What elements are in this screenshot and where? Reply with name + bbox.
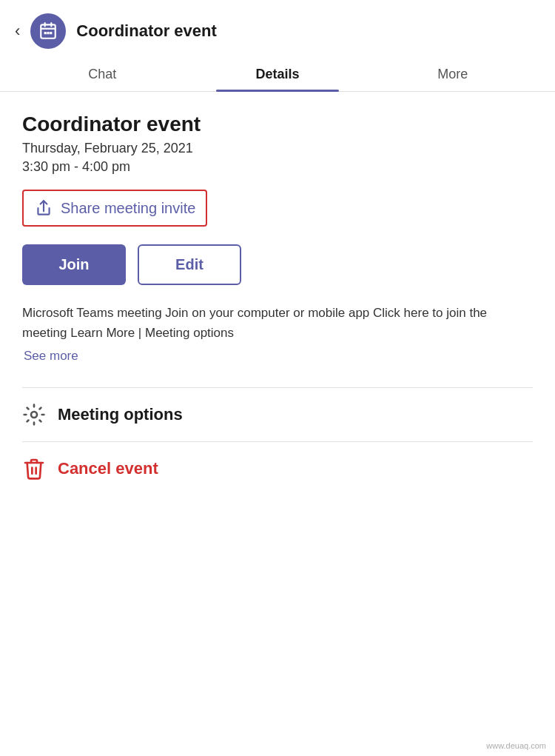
event-avatar: [30, 13, 66, 49]
gear-icon: [22, 403, 46, 426]
trash-icon: [22, 457, 46, 481]
header: ‹ Coordinator event: [0, 0, 555, 56]
svg-rect-6: [50, 32, 52, 34]
svg-point-7: [31, 412, 37, 418]
event-time: 3:30 pm - 4:00 pm: [22, 159, 533, 175]
edit-button[interactable]: Edit: [138, 244, 241, 285]
event-title: Coordinator event: [22, 113, 533, 136]
description-text: Microsoft Teams meeting Join on your com…: [22, 303, 533, 343]
watermark: www.deuaq.com: [486, 741, 546, 750]
meeting-options-label: Meeting options: [58, 405, 183, 424]
share-icon: [34, 198, 53, 218]
tab-details[interactable]: Details: [190, 56, 366, 91]
svg-rect-0: [41, 24, 56, 38]
see-more-link[interactable]: See more: [24, 346, 78, 366]
main-content: Coordinator event Thursday, February 25,…: [0, 92, 555, 510]
tab-chat[interactable]: Chat: [15, 56, 190, 91]
share-meeting-invite-button[interactable]: Share meeting invite: [22, 190, 207, 227]
meeting-options-row[interactable]: Meeting options: [22, 388, 533, 441]
calendar-icon: [38, 21, 58, 41]
share-label: Share meeting invite: [61, 200, 195, 217]
cancel-event-row[interactable]: Cancel event: [22, 441, 533, 495]
tabs-bar: Chat Details More: [0, 56, 555, 92]
header-title: Coordinator event: [76, 21, 216, 41]
back-button[interactable]: ‹: [15, 23, 20, 39]
event-date: Thursday, February 25, 2021: [22, 141, 533, 156]
action-buttons: Join Edit: [22, 244, 533, 285]
tab-more[interactable]: More: [365, 56, 540, 91]
svg-rect-5: [47, 32, 50, 34]
cancel-event-label: Cancel event: [58, 459, 158, 478]
svg-rect-4: [44, 32, 47, 34]
meeting-description: Microsoft Teams meeting Join on your com…: [22, 303, 533, 367]
join-button[interactable]: Join: [22, 244, 126, 285]
